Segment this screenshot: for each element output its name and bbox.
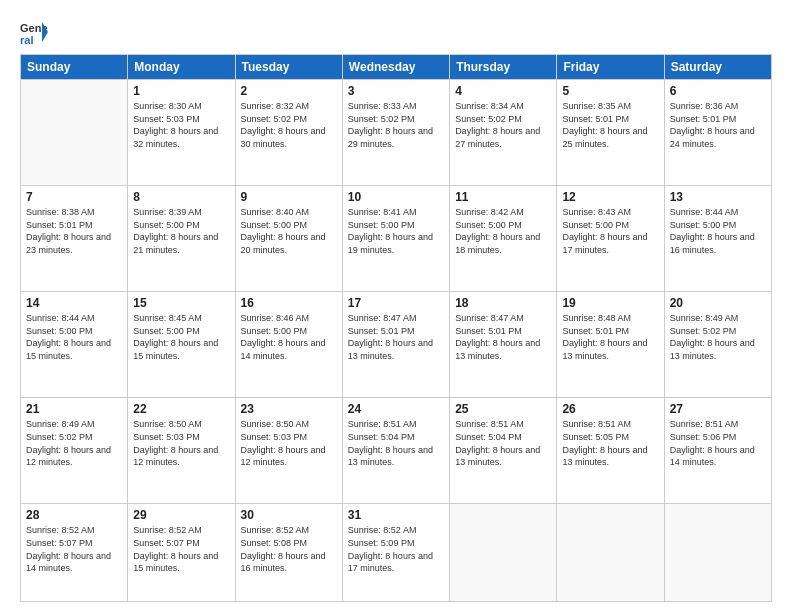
day-number: 30 [241,508,337,522]
calendar-cell: 21Sunrise: 8:49 AMSunset: 5:02 PMDayligh… [21,398,128,504]
cell-info: Sunrise: 8:30 AMSunset: 5:03 PMDaylight:… [133,100,229,150]
day-number: 27 [670,402,766,416]
cell-info: Sunrise: 8:52 AMSunset: 5:08 PMDaylight:… [241,524,337,574]
cell-info: Sunrise: 8:44 AMSunset: 5:00 PMDaylight:… [670,206,766,256]
calendar-cell: 31Sunrise: 8:52 AMSunset: 5:09 PMDayligh… [342,504,449,602]
day-number: 19 [562,296,658,310]
header-friday: Friday [557,55,664,80]
svg-text:ral: ral [20,34,33,46]
calendar-cell: 11Sunrise: 8:42 AMSunset: 5:00 PMDayligh… [450,186,557,292]
cell-info: Sunrise: 8:36 AMSunset: 5:01 PMDaylight:… [670,100,766,150]
calendar-week-row: 28Sunrise: 8:52 AMSunset: 5:07 PMDayligh… [21,504,772,602]
calendar-cell: 17Sunrise: 8:47 AMSunset: 5:01 PMDayligh… [342,292,449,398]
calendar-week-row: 21Sunrise: 8:49 AMSunset: 5:02 PMDayligh… [21,398,772,504]
calendar-cell: 14Sunrise: 8:44 AMSunset: 5:00 PMDayligh… [21,292,128,398]
day-number: 21 [26,402,122,416]
calendar-week-row: 7Sunrise: 8:38 AMSunset: 5:01 PMDaylight… [21,186,772,292]
day-number: 28 [26,508,122,522]
cell-info: Sunrise: 8:50 AMSunset: 5:03 PMDaylight:… [241,418,337,468]
day-number: 6 [670,84,766,98]
cell-info: Sunrise: 8:45 AMSunset: 5:00 PMDaylight:… [133,312,229,362]
day-number: 12 [562,190,658,204]
day-number: 1 [133,84,229,98]
calendar-cell: 6Sunrise: 8:36 AMSunset: 5:01 PMDaylight… [664,80,771,186]
day-number: 14 [26,296,122,310]
calendar-cell: 15Sunrise: 8:45 AMSunset: 5:00 PMDayligh… [128,292,235,398]
calendar-page: Gene ral SundayMondayTuesdayWednesdayThu… [0,0,792,612]
cell-info: Sunrise: 8:34 AMSunset: 5:02 PMDaylight:… [455,100,551,150]
cell-info: Sunrise: 8:52 AMSunset: 5:09 PMDaylight:… [348,524,444,574]
cell-info: Sunrise: 8:52 AMSunset: 5:07 PMDaylight:… [26,524,122,574]
calendar-cell: 27Sunrise: 8:51 AMSunset: 5:06 PMDayligh… [664,398,771,504]
calendar-cell: 28Sunrise: 8:52 AMSunset: 5:07 PMDayligh… [21,504,128,602]
cell-info: Sunrise: 8:43 AMSunset: 5:00 PMDaylight:… [562,206,658,256]
cell-info: Sunrise: 8:35 AMSunset: 5:01 PMDaylight:… [562,100,658,150]
day-number: 20 [670,296,766,310]
day-number: 26 [562,402,658,416]
cell-info: Sunrise: 8:48 AMSunset: 5:01 PMDaylight:… [562,312,658,362]
calendar-cell: 20Sunrise: 8:49 AMSunset: 5:02 PMDayligh… [664,292,771,398]
calendar-cell [664,504,771,602]
calendar-cell: 19Sunrise: 8:48 AMSunset: 5:01 PMDayligh… [557,292,664,398]
cell-info: Sunrise: 8:41 AMSunset: 5:00 PMDaylight:… [348,206,444,256]
day-number: 29 [133,508,229,522]
calendar-cell: 30Sunrise: 8:52 AMSunset: 5:08 PMDayligh… [235,504,342,602]
day-number: 16 [241,296,337,310]
cell-info: Sunrise: 8:52 AMSunset: 5:07 PMDaylight:… [133,524,229,574]
logo-icon: Gene ral [20,18,48,46]
day-number: 8 [133,190,229,204]
calendar-cell: 16Sunrise: 8:46 AMSunset: 5:00 PMDayligh… [235,292,342,398]
calendar-cell: 13Sunrise: 8:44 AMSunset: 5:00 PMDayligh… [664,186,771,292]
calendar-cell: 12Sunrise: 8:43 AMSunset: 5:00 PMDayligh… [557,186,664,292]
day-number: 18 [455,296,551,310]
cell-info: Sunrise: 8:51 AMSunset: 5:04 PMDaylight:… [348,418,444,468]
calendar-cell [450,504,557,602]
cell-info: Sunrise: 8:44 AMSunset: 5:00 PMDaylight:… [26,312,122,362]
calendar-header-row: SundayMondayTuesdayWednesdayThursdayFrid… [21,55,772,80]
cell-info: Sunrise: 8:49 AMSunset: 5:02 PMDaylight:… [26,418,122,468]
calendar-table: SundayMondayTuesdayWednesdayThursdayFrid… [20,54,772,602]
day-number: 31 [348,508,444,522]
cell-info: Sunrise: 8:49 AMSunset: 5:02 PMDaylight:… [670,312,766,362]
calendar-cell [557,504,664,602]
calendar-cell: 8Sunrise: 8:39 AMSunset: 5:00 PMDaylight… [128,186,235,292]
header-thursday: Thursday [450,55,557,80]
calendar-cell: 18Sunrise: 8:47 AMSunset: 5:01 PMDayligh… [450,292,557,398]
cell-info: Sunrise: 8:32 AMSunset: 5:02 PMDaylight:… [241,100,337,150]
cell-info: Sunrise: 8:47 AMSunset: 5:01 PMDaylight:… [348,312,444,362]
calendar-week-row: 14Sunrise: 8:44 AMSunset: 5:00 PMDayligh… [21,292,772,398]
header-sunday: Sunday [21,55,128,80]
day-number: 2 [241,84,337,98]
cell-info: Sunrise: 8:40 AMSunset: 5:00 PMDaylight:… [241,206,337,256]
day-number: 3 [348,84,444,98]
header-saturday: Saturday [664,55,771,80]
cell-info: Sunrise: 8:51 AMSunset: 5:04 PMDaylight:… [455,418,551,468]
header-tuesday: Tuesday [235,55,342,80]
calendar-week-row: 1Sunrise: 8:30 AMSunset: 5:03 PMDaylight… [21,80,772,186]
calendar-cell: 29Sunrise: 8:52 AMSunset: 5:07 PMDayligh… [128,504,235,602]
cell-info: Sunrise: 8:46 AMSunset: 5:00 PMDaylight:… [241,312,337,362]
day-number: 24 [348,402,444,416]
calendar-cell: 26Sunrise: 8:51 AMSunset: 5:05 PMDayligh… [557,398,664,504]
day-number: 22 [133,402,229,416]
day-number: 10 [348,190,444,204]
calendar-cell: 22Sunrise: 8:50 AMSunset: 5:03 PMDayligh… [128,398,235,504]
calendar-cell: 25Sunrise: 8:51 AMSunset: 5:04 PMDayligh… [450,398,557,504]
day-number: 11 [455,190,551,204]
cell-info: Sunrise: 8:51 AMSunset: 5:06 PMDaylight:… [670,418,766,468]
header-wednesday: Wednesday [342,55,449,80]
calendar-cell: 1Sunrise: 8:30 AMSunset: 5:03 PMDaylight… [128,80,235,186]
day-number: 7 [26,190,122,204]
calendar-cell: 24Sunrise: 8:51 AMSunset: 5:04 PMDayligh… [342,398,449,504]
day-number: 23 [241,402,337,416]
cell-info: Sunrise: 8:39 AMSunset: 5:00 PMDaylight:… [133,206,229,256]
cell-info: Sunrise: 8:42 AMSunset: 5:00 PMDaylight:… [455,206,551,256]
cell-info: Sunrise: 8:47 AMSunset: 5:01 PMDaylight:… [455,312,551,362]
day-number: 17 [348,296,444,310]
cell-info: Sunrise: 8:38 AMSunset: 5:01 PMDaylight:… [26,206,122,256]
day-number: 4 [455,84,551,98]
cell-info: Sunrise: 8:50 AMSunset: 5:03 PMDaylight:… [133,418,229,468]
calendar-cell: 4Sunrise: 8:34 AMSunset: 5:02 PMDaylight… [450,80,557,186]
calendar-cell: 7Sunrise: 8:38 AMSunset: 5:01 PMDaylight… [21,186,128,292]
header: Gene ral [20,18,772,46]
